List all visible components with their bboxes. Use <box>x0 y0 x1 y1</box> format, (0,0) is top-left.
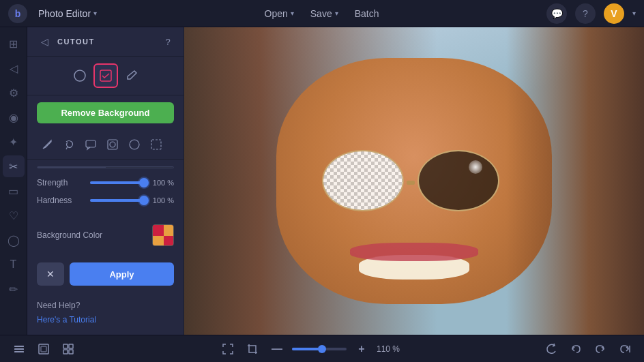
pen-draw-tool[interactable] <box>37 134 57 155</box>
svg-rect-11 <box>164 236 174 246</box>
svg-point-0 <box>74 70 85 81</box>
remove-keep-tabs: Remove Keep <box>37 166 174 168</box>
dotted-rect-tool[interactable] <box>146 134 166 155</box>
strength-slider[interactable] <box>90 181 144 184</box>
hardness-label: Hardness <box>37 196 85 205</box>
redo-icon[interactable] <box>591 340 610 359</box>
svg-rect-17 <box>63 344 68 348</box>
forward-icon[interactable] <box>615 340 634 359</box>
undo-icon[interactable] <box>566 340 585 359</box>
tool-icons-row <box>27 57 184 95</box>
strength-value: 100 % <box>149 179 174 187</box>
background-color-row: Background Color <box>27 219 184 252</box>
sidebar-item-rect[interactable]: ▭ <box>3 180 25 202</box>
action-buttons: ✕ Apply <box>27 257 184 291</box>
bottom-center-tools: — + 110 % <box>83 340 536 359</box>
user-avatar[interactable]: V <box>604 3 624 24</box>
icon-bar: ⊞ ◁ ⚙ ◉ ✦ ✂ ▭ ♡ ◯ T ✏ <box>0 27 27 335</box>
draw-tools-row <box>27 130 184 160</box>
panel-back-button[interactable]: ◁ <box>37 34 52 49</box>
svg-rect-20 <box>69 350 73 354</box>
save-button[interactable]: Save ▾ <box>310 8 338 19</box>
bottom-right-tools <box>542 340 634 359</box>
mask-tool[interactable] <box>102 134 123 155</box>
zoom-slider[interactable] <box>292 348 347 350</box>
sidebar-item-sliders[interactable]: ⚙ <box>3 82 25 104</box>
batch-button[interactable]: Batch <box>355 8 379 19</box>
svg-rect-15 <box>39 344 48 354</box>
svg-rect-16 <box>41 346 46 352</box>
canvas-area[interactable] <box>184 27 644 335</box>
svg-rect-12 <box>14 351 24 352</box>
cutout-erase-tool-btn[interactable] <box>119 63 144 88</box>
fit-screen-icon[interactable] <box>218 340 237 359</box>
oval-draw-tool[interactable] <box>124 134 145 155</box>
svg-rect-4 <box>108 140 117 149</box>
help-section: Need Help? Here's a Tutorial <box>27 291 184 335</box>
sidebar-item-layers[interactable]: ⊞ <box>3 33 25 55</box>
svg-rect-1 <box>100 70 111 81</box>
app-name-chevron[interactable]: ▾ <box>93 10 97 17</box>
rotate-icon[interactable] <box>542 340 561 359</box>
lasso-tool[interactable] <box>59 134 79 155</box>
strength-label: Strength <box>37 178 85 187</box>
panel-title: CUTOUT <box>57 37 156 46</box>
cancel-button[interactable]: ✕ <box>37 262 64 286</box>
sidebar-item-cutout[interactable]: ✂ <box>3 155 25 177</box>
svg-rect-18 <box>69 344 73 348</box>
svg-rect-10 <box>153 236 164 246</box>
remove-background-button[interactable]: Remove Background <box>37 102 174 123</box>
zoom-out-icon[interactable]: — <box>267 340 287 359</box>
speech-tool[interactable] <box>80 134 101 155</box>
sidebar-item-text[interactable]: T <box>3 254 25 275</box>
panel-help-button[interactable]: ? <box>162 35 174 48</box>
open-button[interactable]: Open ▾ <box>265 8 294 19</box>
header-center: Open ▾ Save ▾ Batch <box>108 8 536 19</box>
sidebar-item-pen[interactable]: ✏ <box>3 278 25 300</box>
header: b Photo Editor ▾ Open ▾ Save ▾ Batch 💬 ?… <box>0 0 644 27</box>
crop-icon[interactable] <box>243 340 262 359</box>
bottom-toolbar: — + 110 % <box>0 335 644 362</box>
header-right: 💬 ? V ▾ <box>546 3 636 24</box>
bg-color-label: Background Color <box>37 230 152 240</box>
strength-row: Strength 100 % <box>37 178 174 187</box>
svg-rect-13 <box>14 348 24 350</box>
sidebar-item-heart[interactable]: ♡ <box>3 205 25 226</box>
chat-icon-button[interactable]: 💬 <box>546 3 567 24</box>
sidebar-item-eye[interactable]: ◉ <box>3 106 25 128</box>
sidebar-item-star[interactable]: ✦ <box>3 131 25 153</box>
svg-rect-3 <box>86 140 96 147</box>
grid-bottom-icon[interactable] <box>59 340 78 359</box>
svg-point-5 <box>110 142 115 147</box>
sidebar-item-back[interactable]: ◁ <box>3 57 25 79</box>
panel-header: ◁ CUTOUT ? <box>27 27 184 57</box>
help-link[interactable]: Here's a Tutorial <box>37 315 96 325</box>
help-title: Need Help? <box>37 301 174 310</box>
zoom-in-icon[interactable]: + <box>352 340 371 359</box>
apply-button[interactable]: Apply <box>70 262 174 286</box>
svg-rect-14 <box>14 346 24 347</box>
layers-bottom-icon[interactable] <box>10 340 29 359</box>
side-panel: ◁ CUTOUT ? Remove Background <box>27 27 184 335</box>
app-logo: b <box>8 4 27 23</box>
svg-rect-19 <box>63 350 68 354</box>
zoom-value: 110 % <box>377 344 401 354</box>
user-chevron[interactable]: ▾ <box>632 10 636 17</box>
keep-tab[interactable]: Keep <box>106 167 174 168</box>
svg-point-6 <box>130 140 139 149</box>
bg-color-swatch[interactable] <box>152 224 174 246</box>
sliders-section: Strength 100 % Hardness 100 % <box>27 172 184 219</box>
help-icon-button[interactable]: ? <box>575 3 596 24</box>
hardness-slider[interactable] <box>90 199 144 202</box>
hardness-row: Hardness 100 % <box>37 196 174 205</box>
remove-tab[interactable]: Remove <box>38 167 106 168</box>
dark-lens <box>418 150 499 211</box>
cutout-oval-tool-btn[interactable] <box>68 63 92 88</box>
svg-line-2 <box>66 147 68 149</box>
frame-bottom-icon[interactable] <box>34 340 53 359</box>
cutout-ai-tool-btn[interactable] <box>93 63 118 88</box>
transparent-lens <box>322 150 404 211</box>
sidebar-item-circle[interactable]: ◯ <box>3 229 25 251</box>
app-name-label: Photo Editor <box>38 8 91 19</box>
main-area: ⊞ ◁ ⚙ ◉ ✦ ✂ ▭ ♡ ◯ T ✏ ◁ CUTOUT ? <box>0 27 644 335</box>
